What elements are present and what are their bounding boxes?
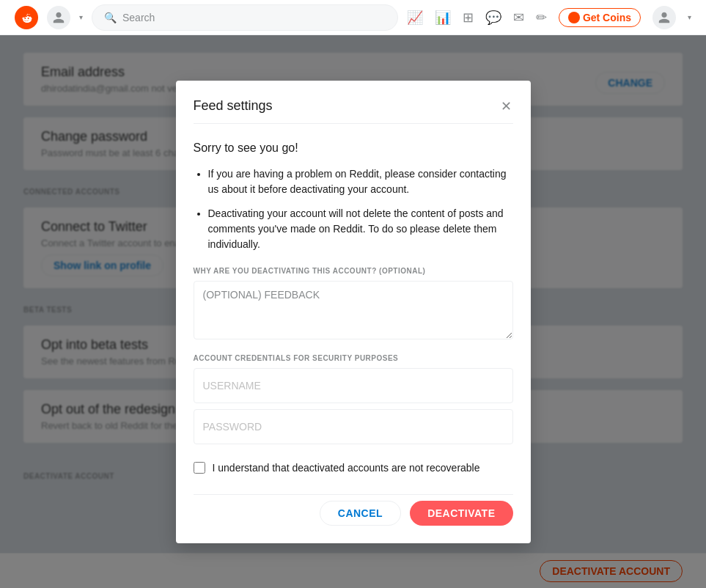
modal-body: Sorry to see you go! If you are having a… (194, 136, 513, 494)
checkbox-label[interactable]: I understand that deactivated accounts a… (213, 462, 480, 474)
checkbox-row: I understand that deactivated accounts a… (194, 462, 513, 474)
credentials-section: ACCOUNT CREDENTIALS FOR SECURITY PURPOSE… (194, 354, 513, 450)
reddit-logo[interactable] (15, 6, 38, 29)
close-button[interactable]: ✕ (499, 98, 513, 114)
profile-avatar[interactable] (652, 6, 676, 29)
profile-menu-chevron[interactable]: ▾ (688, 13, 691, 21)
password-input[interactable] (194, 409, 513, 444)
info-item-2: Deactivating your account will not delet… (208, 206, 513, 252)
feed-settings-modal: Feed settings ✕ Sorry to see you go! If … (176, 81, 531, 543)
search-bar[interactable]: 🔍 Search (92, 4, 398, 31)
grid-icon[interactable]: ⊞ (463, 10, 474, 26)
cancel-button[interactable]: CANCEL (320, 501, 401, 526)
user-avatar[interactable] (47, 6, 70, 29)
deactivate-button[interactable]: DEACTIVATE (410, 501, 512, 526)
search-icon: 🔍 (104, 12, 117, 23)
edit-icon[interactable]: ✏ (536, 10, 547, 26)
mail-icon[interactable]: ✉ (513, 10, 524, 26)
feedback-textarea[interactable] (194, 281, 513, 339)
sorry-text: Sorry to see you go! (194, 142, 513, 155)
info-list: If you are having a problem on Reddit, p… (194, 166, 513, 252)
chat-icon[interactable]: 💬 (485, 10, 501, 26)
nav-icons: 📈 📊 ⊞ 💬 ✉ ✏ Get Coins ▾ (407, 6, 691, 29)
modal-overlay: Feed settings ✕ Sorry to see you go! If … (0, 35, 706, 588)
username-input[interactable] (194, 368, 513, 403)
modal-footer: CANCEL DEACTIVATE (194, 494, 513, 526)
credentials-label: ACCOUNT CREDENTIALS FOR SECURITY PURPOSE… (194, 354, 513, 362)
feedback-label: WHY ARE YOU DEACTIVATING THIS ACCOUNT? (… (194, 267, 513, 275)
understand-checkbox[interactable] (194, 462, 205, 474)
trending-icon[interactable]: 📈 (407, 10, 423, 26)
get-coins-label: Get Coins (583, 12, 631, 23)
navbar: ▾ 🔍 Search 📈 📊 ⊞ 💬 ✉ ✏ Get Coins ▾ (0, 0, 706, 35)
user-menu-chevron[interactable]: ▾ (79, 13, 83, 21)
modal-title: Feed settings (194, 98, 273, 114)
info-item-1: If you are having a problem on Reddit, p… (208, 166, 513, 197)
stats-icon[interactable]: 📊 (435, 10, 451, 26)
coin-icon (568, 12, 580, 23)
get-coins-button[interactable]: Get Coins (559, 8, 641, 27)
modal-header: Feed settings ✕ (194, 98, 513, 124)
search-placeholder: Search (122, 12, 155, 23)
